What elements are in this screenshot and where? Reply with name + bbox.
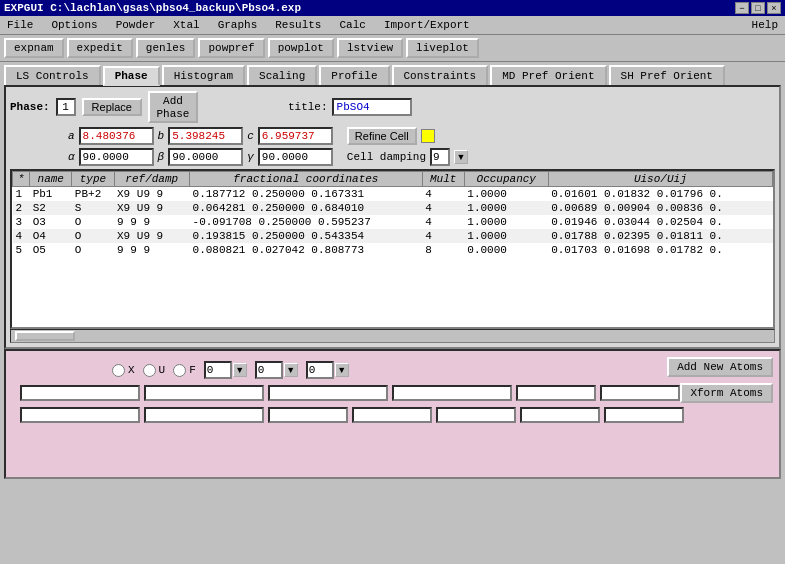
xform-atoms-button[interactable]: Xform Atoms (680, 383, 773, 403)
menu-file[interactable]: File (4, 18, 36, 32)
cell-num: 1 (13, 187, 30, 202)
a-input[interactable] (79, 127, 154, 145)
cell-ref: 9 9 9 (114, 215, 190, 229)
x-radio[interactable] (112, 364, 125, 377)
bottom-row2 (20, 385, 773, 401)
menu-calc[interactable]: Calc (336, 18, 368, 32)
table-row[interactable]: 1 Pb1 PB+2 X9 U9 9 0.187712 0.250000 0.1… (13, 187, 773, 202)
add-phase-button[interactable]: AddPhase (148, 91, 198, 123)
menu-bar: File Options Powder Xtal Graphs Results … (0, 16, 785, 35)
cell-ref: X9 U9 9 (114, 229, 190, 243)
cell-coords: 0.064281 0.250000 0.684010 (190, 201, 423, 215)
u-radio[interactable] (143, 364, 156, 377)
f-radio[interactable] (173, 364, 186, 377)
tab-constraints[interactable]: Constraints (392, 65, 489, 85)
tab-ls-controls[interactable]: LS Controls (4, 65, 101, 85)
toolbar-lstview[interactable]: lstview (337, 38, 403, 58)
tab-phase[interactable]: Phase (103, 66, 160, 86)
horizontal-scrollbar[interactable] (10, 329, 775, 343)
num1-arrow[interactable]: ▼ (233, 363, 247, 377)
num1-dropdown[interactable]: ▼ (204, 361, 247, 379)
toolbar-liveplot[interactable]: liveplot (406, 38, 479, 58)
replace-button[interactable]: Replace (82, 98, 142, 116)
minimize-button[interactable]: − (735, 2, 749, 14)
bottom-input-12[interactable] (520, 407, 600, 423)
num2-input[interactable] (255, 361, 283, 379)
col-header-star: * (13, 172, 30, 187)
num3-arrow[interactable]: ▼ (335, 363, 349, 377)
close-button[interactable]: × (767, 2, 781, 14)
num2-arrow[interactable]: ▼ (284, 363, 298, 377)
bottom-input-13[interactable] (604, 407, 684, 423)
tab-sh-pref-orient[interactable]: SH Pref Orient (609, 65, 725, 85)
toolbar-powpref[interactable]: powpref (198, 38, 264, 58)
cell-occ: 0.0000 (464, 243, 548, 257)
cell-occ: 1.0000 (464, 215, 548, 229)
add-new-atoms-button[interactable]: Add New Atoms (667, 357, 773, 377)
tab-scaling[interactable]: Scaling (247, 65, 317, 85)
menu-results[interactable]: Results (272, 18, 324, 32)
atoms-table-container[interactable]: * name type ref/damp fractional coordina… (10, 169, 775, 329)
bottom-input-9[interactable] (268, 407, 348, 423)
damping-arrow-button[interactable]: ▼ (454, 150, 468, 164)
u-radio-group[interactable]: U (143, 364, 166, 377)
cell-type: PB+2 (72, 187, 114, 202)
title-input[interactable] (332, 98, 412, 116)
toolbar-expedit[interactable]: expedit (67, 38, 133, 58)
x-radio-group[interactable]: X (112, 364, 135, 377)
menu-options[interactable]: Options (48, 18, 100, 32)
cell-ref: X9 U9 9 (114, 201, 190, 215)
alpha-input[interactable] (79, 148, 154, 166)
toolbar-powplot[interactable]: powplot (268, 38, 334, 58)
tab-profile[interactable]: Profile (319, 65, 389, 85)
menu-import-export[interactable]: Import/Export (381, 18, 473, 32)
gamma-input[interactable] (258, 148, 333, 166)
refine-cell-button[interactable]: Refine Cell (347, 127, 417, 145)
b-input[interactable] (168, 127, 243, 145)
u-label: U (159, 364, 166, 376)
main-panel: Phase: 1 Replace AddPhase title: a b c R… (4, 85, 781, 349)
bottom-input-2[interactable] (144, 385, 264, 401)
tab-histogram[interactable]: Histogram (162, 65, 245, 85)
scrollbar-thumb[interactable] (15, 331, 75, 341)
bottom-input-11[interactable] (436, 407, 516, 423)
cell-num: 3 (13, 215, 30, 229)
bottom-input-4[interactable] (392, 385, 512, 401)
menu-help[interactable]: Help (749, 18, 781, 32)
f-radio-group[interactable]: F (173, 364, 196, 377)
bottom-input-5[interactable] (516, 385, 596, 401)
num3-input[interactable] (306, 361, 334, 379)
c-input[interactable] (258, 127, 333, 145)
toolbar-genles[interactable]: genles (136, 38, 196, 58)
table-row[interactable]: 5 O5 O 9 9 9 0.080821 0.027042 0.808773 … (13, 243, 773, 257)
col-header-type: type (72, 172, 114, 187)
bottom-input-3[interactable] (268, 385, 388, 401)
bottom-input-7[interactable] (20, 407, 140, 423)
cell-uiso: 0.01788 0.02395 0.01811 0. (548, 229, 772, 243)
bottom-input-8[interactable] (144, 407, 264, 423)
beta-input[interactable] (168, 148, 243, 166)
refine-cell-checkbox[interactable] (421, 129, 435, 143)
table-row[interactable]: 4 O4 O X9 U9 9 0.193815 0.250000 0.54335… (13, 229, 773, 243)
damping-input[interactable] (430, 148, 450, 166)
toolbar-expnam[interactable]: expnam (4, 38, 64, 58)
bottom-input-6[interactable] (600, 385, 680, 401)
tab-md-pref-orient[interactable]: MD Pref Orient (490, 65, 606, 85)
bottom-input-1[interactable] (20, 385, 140, 401)
menu-xtal[interactable]: Xtal (170, 18, 202, 32)
num3-dropdown[interactable]: ▼ (306, 361, 349, 379)
title-bar-controls: − □ × (735, 2, 781, 14)
menu-powder[interactable]: Powder (113, 18, 159, 32)
col-header-occ: Occupancy (464, 172, 548, 187)
title-bar: EXPGUI C:\lachlan\gsas\pbso4_backup\Pbso… (0, 0, 785, 16)
cell-name: O4 (30, 229, 72, 243)
bottom-input-10[interactable] (352, 407, 432, 423)
table-row[interactable]: 2 S2 S X9 U9 9 0.064281 0.250000 0.68401… (13, 201, 773, 215)
num1-input[interactable] (204, 361, 232, 379)
num2-dropdown[interactable]: ▼ (255, 361, 298, 379)
maximize-button[interactable]: □ (751, 2, 765, 14)
table-row[interactable]: 3 O3 O 9 9 9 -0.091708 0.250000 0.595237… (13, 215, 773, 229)
cell-occ: 1.0000 (464, 187, 548, 202)
beta-label: β (158, 151, 165, 163)
menu-graphs[interactable]: Graphs (215, 18, 261, 32)
